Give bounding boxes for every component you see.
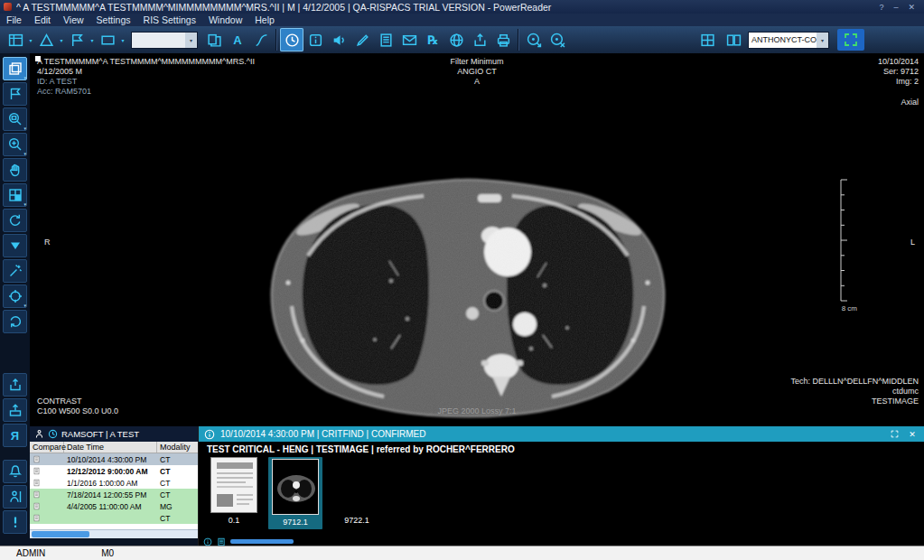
email-button[interactable] — [397, 28, 421, 51]
stack-rotate-button[interactable] — [3, 209, 27, 232]
close-button[interactable]: ✕ — [908, 3, 915, 12]
toolbar-separator — [518, 29, 519, 51]
tool-option-arrow: ▾ — [23, 201, 26, 207]
window-level-button[interactable]: ▾ — [3, 183, 27, 207]
study-doc-icon — [33, 466, 41, 476]
fullscreen-button[interactable] — [837, 29, 864, 51]
flag-annotation-button[interactable] — [65, 28, 89, 51]
magnifier-button[interactable]: ▾ — [3, 133, 27, 156]
series-layout-button[interactable]: ▾ — [3, 57, 27, 80]
wand-button[interactable] — [3, 259, 27, 283]
send-study-button[interactable] — [3, 398, 27, 422]
image-viewport[interactable]: A TESTMMMMM^A TESTMMMM^MMMMMMMMM^MRS.^II… — [30, 53, 924, 426]
teleradiology-button[interactable] — [444, 28, 468, 51]
triangle-down-icon — [8, 238, 23, 253]
tile-layout-button[interactable] — [695, 28, 719, 51]
contrast-label: CONTRAST — [37, 397, 118, 406]
image-source-label: TESTIMAGE — [791, 397, 919, 406]
compare-layout-button[interactable] — [722, 28, 745, 51]
mirrored-r-icon: Я — [11, 430, 19, 442]
scrollbar-thumb[interactable] — [32, 531, 89, 537]
study-list-scrollbar[interactable] — [30, 529, 198, 538]
mirror-tool-button[interactable]: Я — [3, 424, 27, 447]
critical-finding-status: 10/10/2014 4:30:00 PM | CRITFIND | CONFI… — [220, 429, 882, 439]
compare-cell — [30, 453, 64, 465]
eject-cd-button[interactable] — [546, 28, 569, 51]
burn-cd-button[interactable] — [522, 28, 546, 51]
ct-axial-image[interactable] — [256, 154, 680, 421]
column-date-time[interactable]: Date Time — [64, 442, 157, 453]
critical-finding-bar: 10/10/2014 4:30:00 PM | CRITFIND | CONFI… — [199, 426, 924, 442]
rectangle-icon — [100, 33, 116, 48]
report-button[interactable] — [374, 28, 397, 51]
close-panel-button[interactable]: ✕ — [906, 430, 919, 439]
triangle-marker-button[interactable] — [3, 234, 27, 257]
cd-export-icon — [527, 33, 542, 48]
study-date: 10/10/2014 — [878, 57, 919, 67]
rectangle-roi-button[interactable] — [96, 28, 119, 51]
clock-tool-button[interactable] — [280, 28, 303, 51]
column-modality[interactable]: Modality — [157, 442, 198, 453]
print-button[interactable] — [491, 28, 515, 51]
study-modality-cell: MG — [157, 500, 198, 512]
minimize-button[interactable]: – — [893, 3, 898, 12]
series-thumbnail-selected[interactable]: 9712.1 — [268, 457, 322, 529]
menu-file[interactable]: File — [0, 14, 28, 26]
export-button[interactable] — [468, 28, 491, 51]
help-button[interactable]: ? — [879, 3, 883, 12]
menu-help[interactable]: Help — [248, 14, 281, 26]
flag-tool-button[interactable] — [3, 82, 27, 106]
study-row[interactable]: 10/10/2014 4:30:00 PM CT — [30, 453, 198, 465]
bell-icon — [8, 464, 23, 479]
localizer-button[interactable]: ▾ — [3, 285, 27, 308]
study-row[interactable]: 7/18/2014 12:00:55 PM CT — [30, 489, 198, 500]
compression-label: JPEG 2000 Lossy 7:1 — [30, 406, 924, 416]
menu-window[interactable]: Window — [202, 14, 248, 26]
study-row[interactable]: CT — [30, 512, 198, 524]
preset-combobox[interactable]: ▾ — [131, 32, 198, 49]
reset-button[interactable] — [3, 310, 27, 333]
zoom-region-button[interactable]: ▾ — [3, 107, 27, 131]
series-thumbnails: 0.1 9712.1 9722.1 — [208, 457, 924, 529]
menu-edit[interactable]: Edit — [28, 14, 57, 26]
export-series-button[interactable] — [3, 373, 27, 397]
series-thumbnail[interactable]: 0.1 — [208, 457, 260, 525]
study-row[interactable]: 1/1/2016 1:00:00 AM CT — [30, 477, 198, 489]
alerts-button[interactable] — [3, 510, 27, 534]
overlay-series-info: Filter Minimum ANGIO CT A — [30, 57, 924, 87]
menu-settings[interactable]: Settings — [90, 14, 137, 26]
expand-panel-button[interactable] — [888, 430, 901, 438]
column-compare[interactable]: Compare — [30, 442, 64, 453]
flip-view-button[interactable] — [202, 28, 226, 51]
curve-tool-button[interactable] — [249, 28, 273, 51]
overlay-study-info: 10/10/2014 Ser: 9712 Img: 2 — [878, 57, 919, 87]
text-tool-button[interactable]: A — [226, 28, 249, 51]
image-info-button[interactable] — [303, 28, 327, 51]
menu-ris-settings[interactable]: RIS Settings — [137, 14, 202, 26]
compare-cell — [30, 465, 64, 477]
study-row[interactable]: 4/4/2005 11:00:00 AM MG — [30, 500, 198, 512]
flag-annotation-dropdown[interactable]: ▾ — [89, 37, 96, 43]
audio-note-button[interactable] — [327, 28, 350, 51]
rectangle-roi-dropdown[interactable]: ▾ — [119, 37, 126, 43]
grid-layout-dropdown[interactable]: ▾ — [27, 37, 34, 43]
menu-view[interactable]: View — [57, 14, 90, 26]
series-scrollbar-thumb[interactable] — [230, 539, 294, 544]
list-icon — [217, 537, 226, 546]
preset-dropdown-arrow[interactable]: ▾ — [185, 33, 197, 48]
prescription-button[interactable]: ℞ — [421, 28, 444, 51]
patient-height-button[interactable] — [3, 485, 27, 509]
series-thumbnail[interactable]: 9722.1 — [331, 457, 383, 525]
annotate-pencil-button[interactable] — [350, 28, 374, 51]
measure-dropdown[interactable]: ▾ — [58, 37, 65, 43]
notifications-button[interactable] — [3, 460, 27, 483]
measure-button[interactable] — [34, 28, 58, 51]
computer-combobox[interactable]: ANTHONYCT-COMP ▾ — [748, 32, 829, 49]
study-row[interactable]: 12/12/2012 9:00:00 AM CT — [30, 465, 198, 477]
pan-button[interactable] — [3, 158, 27, 182]
scale-ruler — [837, 179, 850, 302]
ct-thumbnail-image — [272, 459, 319, 515]
grid-layout-button[interactable] — [4, 28, 27, 51]
computer-dropdown-arrow[interactable]: ▾ — [817, 33, 828, 48]
series-description: ANGIO CT — [30, 67, 924, 77]
